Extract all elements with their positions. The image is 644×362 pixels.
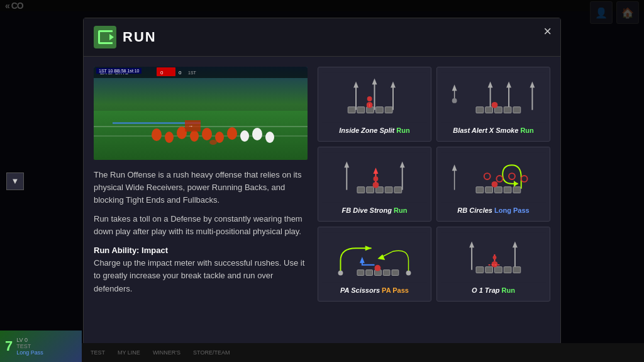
run-icon xyxy=(94,26,116,48)
play-diagram-6 xyxy=(441,232,546,283)
svg-point-5 xyxy=(152,128,162,141)
play-label-5: PA Scissors PA Pass xyxy=(340,286,409,294)
svg-point-11 xyxy=(227,127,237,140)
bottom-tab-bar: TEST MY LINE WINNER'S STORE/TEAM xyxy=(82,343,644,362)
play-name-6: O 1 Trap xyxy=(472,286,499,294)
svg-point-67 xyxy=(373,181,379,188)
svg-point-39 xyxy=(367,96,372,101)
svg-rect-105 xyxy=(504,266,511,273)
game-screenshot: 1ST 10 BB:58 1st:10 xyxy=(94,67,308,160)
play-diagram-5 xyxy=(322,232,427,283)
play-type-1: Run xyxy=(396,127,409,134)
modal-description: The Run Offense is a rush heavy offense … xyxy=(94,169,308,295)
description-para1: The Run Offense is a rush heavy offense … xyxy=(94,169,308,206)
close-button[interactable]: × xyxy=(543,25,552,38)
svg-point-110 xyxy=(493,256,497,259)
play-name-1: Inside Zone Split xyxy=(339,127,394,134)
svg-point-15 xyxy=(209,140,217,145)
svg-rect-66 xyxy=(394,186,402,193)
play-card-blast-alert[interactable]: Blast Alert X Smoke Run xyxy=(436,67,550,142)
ability-description: Charge up the impact meter with successf… xyxy=(94,258,304,293)
play-type-2: Run xyxy=(520,127,533,134)
svg-rect-41 xyxy=(441,72,546,122)
svg-point-56 xyxy=(492,101,498,108)
svg-rect-90 xyxy=(366,269,373,275)
player-level: LV 0 xyxy=(16,337,43,343)
player-play-label: Long Pass xyxy=(16,349,43,356)
play-card-pa-scissors[interactable]: PA Scissors PA Pass xyxy=(318,227,431,302)
svg-rect-71 xyxy=(441,152,546,202)
svg-rect-33 xyxy=(348,106,355,113)
svg-rect-79 xyxy=(513,186,521,193)
play-diagram-3 xyxy=(322,152,427,203)
svg-rect-93 xyxy=(392,269,399,275)
description-para2: Run takes a toll on a Defense by constan… xyxy=(94,213,308,238)
play-name-2: Blast Alert X Smoke xyxy=(453,127,518,134)
field-svg: → EA SPORTS 0 0 1ST 10 xyxy=(94,67,308,160)
play-label-2: Blast Alert X Smoke Run xyxy=(453,127,534,134)
svg-point-80 xyxy=(492,181,498,187)
svg-point-12 xyxy=(240,130,249,142)
svg-rect-102 xyxy=(476,266,484,273)
svg-rect-52 xyxy=(486,106,493,113)
play-name-3: FB Dive Strong xyxy=(342,206,392,214)
play-type-4: Long Pass xyxy=(494,206,530,214)
svg-rect-54 xyxy=(504,106,511,113)
player-card-type: TEST xyxy=(16,343,43,349)
play-type-3: Run xyxy=(394,206,407,214)
play-card-inside-zone-split[interactable]: Inside Zone Split Run xyxy=(318,67,431,142)
play-type-6: Run xyxy=(502,286,515,294)
filter-button[interactable]: ▼ xyxy=(6,173,24,190)
tab-storeteam[interactable]: STORE/TEAM xyxy=(193,349,230,356)
score-banner: 1ST 10 BB:58 1st:10 xyxy=(96,68,142,74)
ability-label: Run Ability: Impact xyxy=(94,246,168,255)
play-diagram-1 xyxy=(322,72,427,123)
svg-rect-104 xyxy=(494,266,502,273)
modal-title: RUN xyxy=(123,29,157,45)
svg-rect-78 xyxy=(504,186,511,193)
svg-point-94 xyxy=(375,264,381,271)
svg-rect-65 xyxy=(385,186,392,193)
play-card-fb-dive[interactable]: FB Dive Strong Run xyxy=(318,147,431,222)
svg-point-6 xyxy=(165,132,174,143)
player-number: 7 xyxy=(5,338,13,354)
svg-text:1ST: 1ST xyxy=(188,71,197,75)
svg-text:0: 0 xyxy=(179,70,182,76)
svg-rect-37 xyxy=(385,106,392,113)
svg-rect-103 xyxy=(486,266,493,273)
svg-point-107 xyxy=(492,261,498,268)
svg-rect-62 xyxy=(357,186,365,193)
player-info: LV 0 TEST Long Pass xyxy=(16,337,43,356)
svg-point-8 xyxy=(190,130,199,142)
modal-header: RUN × xyxy=(84,18,560,57)
plays-grid: Inside Zone Split Run xyxy=(318,67,550,302)
svg-point-95 xyxy=(338,270,343,275)
tab-test[interactable]: TEST xyxy=(91,349,105,356)
modal-body: 1ST 10 BB:58 1st:10 xyxy=(84,57,560,312)
play-card-o1-trap[interactable]: O 1 Trap Run xyxy=(436,227,550,302)
svg-rect-92 xyxy=(383,269,390,275)
description-para3: Run Ability: Impact Charge up the impact… xyxy=(94,244,308,295)
play-label-6: O 1 Trap Run xyxy=(472,286,515,294)
modal-backdrop: RUN × 1ST 10 BB:58 1st:10 xyxy=(0,0,644,362)
tab-myline[interactable]: MY LINE xyxy=(118,349,140,356)
play-name-5: PA Scissors xyxy=(340,286,380,294)
play-card-rb-circles[interactable]: RB Circles Long Pass xyxy=(436,147,550,222)
player-card: 7 LV 0 TEST Long Pass xyxy=(0,331,82,362)
svg-point-9 xyxy=(202,128,212,140)
svg-rect-34 xyxy=(357,106,365,113)
play-label-1: Inside Zone Split Run xyxy=(339,127,409,134)
svg-rect-36 xyxy=(375,106,383,113)
svg-rect-76 xyxy=(486,186,493,193)
svg-rect-55 xyxy=(513,106,521,113)
svg-rect-1 xyxy=(94,111,308,160)
svg-point-13 xyxy=(252,128,262,140)
tab-winners[interactable]: WINNER'S xyxy=(153,349,180,356)
play-name-4: RB Circles xyxy=(457,206,492,214)
svg-point-14 xyxy=(265,132,274,143)
svg-rect-106 xyxy=(513,266,521,273)
svg-point-42 xyxy=(452,98,457,103)
play-diagram-4 xyxy=(441,152,546,203)
svg-point-96 xyxy=(406,270,411,275)
run-modal: RUN × 1ST 10 BB:58 1st:10 xyxy=(83,18,561,345)
